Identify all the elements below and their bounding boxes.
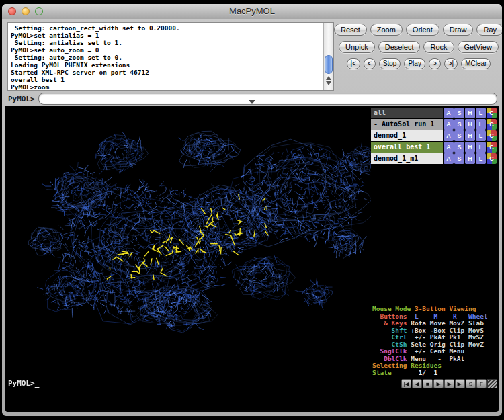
scroll-down-icon[interactable] [326, 81, 331, 85]
console-line: overall_best_1 [11, 76, 323, 83]
toolbar-button-play[interactable]: Play [404, 58, 425, 69]
mouse-panel-line: State 1/ 1 [372, 370, 499, 377]
object-h-menu-button[interactable]: H [465, 108, 475, 118]
object-l-menu-button[interactable]: L [476, 142, 486, 153]
toolbar-button-getview[interactable]: GetView [458, 41, 499, 53]
object-sidebar: allASHLC- AutoSol_run_1_ASHLCdenmod_1ASH… [371, 106, 499, 412]
toolbar-button-mclear[interactable]: MClear [461, 58, 491, 69]
command-prompt-label: PyMOL> [8, 95, 35, 103]
object-name[interactable]: all [371, 108, 443, 118]
object-s-menu-button[interactable]: S [454, 119, 464, 130]
window-title: MacPyMOL [2, 6, 502, 16]
toolbar-button-[interactable]: < [364, 58, 376, 69]
vcr-button[interactable]: ▶ [433, 379, 444, 388]
vcr-button[interactable]: ■ [423, 379, 433, 388]
object-name[interactable]: denmod_1_m1 [371, 153, 443, 164]
object-c-menu-button[interactable]: C [487, 130, 497, 141]
console-output: Setting: cartoon_rect_width set to 0.200… [7, 22, 334, 91]
title-bar[interactable]: MacPyMOL [2, 4, 502, 19]
toolbar-button-[interactable]: |< [347, 58, 360, 69]
object-c-menu-button[interactable]: C [487, 142, 497, 153]
toolbar: ResetZoomOrientDrawRay UnpickDeselectRoc… [338, 24, 499, 75]
object-row: allASHLC [371, 108, 497, 118]
console-line: Loading PyMOL PHENIX extensions [11, 61, 323, 69]
object-a-menu-button[interactable]: A [444, 142, 454, 153]
toolbar-button-[interactable]: >| [444, 58, 458, 69]
console-line: Setting: cartoon_rect_width set to 0.200… [11, 24, 323, 32]
toolbar-button-zoom[interactable]: Zoom [370, 24, 403, 36]
toolbar-button-[interactable]: > [429, 58, 441, 69]
object-l-menu-button[interactable]: L [476, 108, 486, 118]
console-line: Setting: antialias set to 1. [11, 39, 323, 46]
object-a-menu-button[interactable]: A [444, 130, 454, 141]
object-s-menu-button[interactable]: S [454, 130, 464, 141]
mouse-panel: Mouse Mode 3-Button Viewing Buttons L M … [372, 306, 499, 376]
toolbar-row-3: |<<StopPlay>>|MClear [338, 58, 499, 69]
object-s-menu-button[interactable]: S [454, 108, 464, 118]
console-line: Started XML-RPC server on port 46712 [11, 69, 323, 76]
vcr-button[interactable]: ▶| [455, 379, 465, 388]
object-c-menu-button[interactable]: C [487, 153, 497, 164]
object-h-menu-button[interactable]: H [465, 119, 475, 130]
object-name[interactable]: denmod_1 [371, 130, 443, 141]
resize-grip[interactable] [487, 379, 497, 388]
object-l-menu-button[interactable]: L [476, 130, 486, 141]
object-row: denmod_1_m1ASHLC [371, 153, 497, 164]
object-a-menu-button[interactable]: A [444, 108, 454, 118]
object-list: allASHLC- AutoSol_run_1_ASHLCdenmod_1ASH… [371, 108, 497, 165]
command-input[interactable] [38, 93, 497, 105]
object-h-menu-button[interactable]: H [465, 142, 475, 153]
console-log: Setting: cartoon_rect_width set to 0.200… [8, 24, 323, 90]
scroll-up-icon[interactable] [326, 76, 331, 80]
object-s-menu-button[interactable]: S [454, 142, 464, 153]
toolbar-button-reset[interactable]: Reset [334, 24, 367, 36]
console-line: Setting: auto_zoom set to 0. [11, 54, 323, 61]
vcr-button[interactable]: |◀ [401, 379, 411, 388]
toolbar-row-1: ResetZoomOrientDrawRay [338, 24, 499, 36]
vcr-button[interactable]: ▶ [444, 379, 454, 388]
toolbar-button-draw[interactable]: Draw [443, 24, 474, 36]
object-name[interactable]: - AutoSol_run_1_ [371, 119, 443, 130]
toolbar-button-ray[interactable]: Ray [476, 24, 502, 36]
object-row: - AutoSol_run_1_ASHLC [371, 119, 497, 130]
console-line: PyMOL>set antialias = 1 [11, 32, 323, 39]
macpymol-window: MacPyMOL Setting: cartoon_rect_width set… [2, 4, 502, 416]
object-h-menu-button[interactable]: H [465, 130, 475, 141]
upper-panel: Setting: cartoon_rect_width set to 0.200… [2, 19, 502, 106]
pane-splitter-icon[interactable] [249, 100, 255, 104]
scrollbar-arrows[interactable] [324, 75, 333, 89]
object-l-menu-button[interactable]: L [476, 153, 486, 164]
object-name[interactable]: overall_best_1 [371, 142, 443, 153]
vcr-controls: |◀◀■▶▶▶|SF [401, 379, 497, 388]
console-line: PyMOL>set auto_zoom = 0 [11, 46, 323, 54]
object-s-menu-button[interactable]: S [454, 153, 464, 164]
console-scrollbar[interactable] [323, 23, 333, 90]
toolbar-button-deselect[interactable]: Deselect [378, 41, 421, 53]
toolbar-button-stop[interactable]: Stop [379, 58, 401, 69]
object-c-menu-button[interactable]: C [487, 108, 497, 118]
scrollbar-thumb[interactable] [325, 55, 333, 74]
object-row: denmod_1ASHLC [371, 130, 497, 141]
console-line: PyMOL>zoom [11, 83, 323, 91]
viewport-canvas[interactable] [5, 106, 371, 412]
object-l-menu-button[interactable]: L [476, 119, 486, 130]
viewport-prompt: PyMOL>_ [8, 379, 39, 388]
vcr-button[interactable]: ◀ [412, 379, 422, 388]
object-row: overall_best_1ASHLC [371, 142, 497, 153]
object-a-menu-button[interactable]: A [444, 119, 454, 130]
toolbar-button-rock[interactable]: Rock [423, 41, 454, 53]
object-h-menu-button[interactable]: H [465, 153, 475, 164]
vcr-button[interactable]: S [466, 379, 476, 388]
toolbar-button-orient[interactable]: Orient [406, 24, 439, 36]
object-a-menu-button[interactable]: A [444, 153, 454, 164]
vcr-button[interactable]: F [476, 379, 487, 388]
object-c-menu-button[interactable]: C [487, 119, 497, 130]
toolbar-row-2: UnpickDeselectRockGetView [338, 41, 499, 53]
toolbar-button-unpick[interactable]: Unpick [339, 41, 375, 53]
viewport: PyMOL>_ allASHLC- AutoSol_run_1_ASHLCden… [5, 106, 499, 412]
